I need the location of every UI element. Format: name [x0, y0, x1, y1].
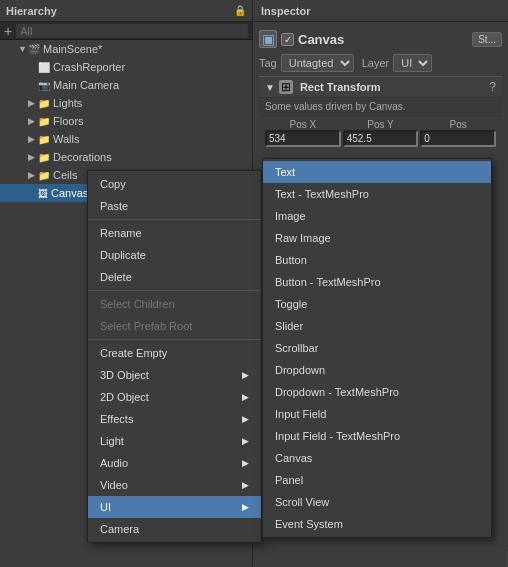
ctx-3d-object[interactable]: 3D Object — [88, 364, 261, 386]
tree-item-maincamera[interactable]: 📷 Main Camera — [0, 76, 252, 94]
sub-dropdown[interactable]: Dropdown — [263, 359, 491, 381]
inspector-header: Inspector — [253, 0, 508, 22]
sub-text-tmp[interactable]: Text - TextMeshPro — [263, 183, 491, 205]
context-menu: Copy Paste Rename Duplicate Delete Selec… — [87, 170, 262, 543]
values-driven-notice: Some values driven by Canvas. — [259, 98, 502, 116]
hierarchy-panel: Hierarchy 🔒 + ▼ 🎬 MainScene* ⬜ CrashRepo… — [0, 0, 253, 567]
ctx-sep1 — [88, 219, 261, 220]
folder-icon3: 📁 — [38, 134, 50, 145]
arrow-icon: ▼ — [18, 44, 28, 54]
inspector-content: ▣ ✓ Canvas St... Tag Untagted Layer UI ▼… — [253, 22, 508, 154]
sub-raw-image[interactable]: Raw Image — [263, 227, 491, 249]
pos-z-input[interactable] — [420, 130, 496, 147]
ctx-sep2 — [88, 290, 261, 291]
ctx-video[interactable]: Video — [88, 474, 261, 496]
folder-icon: 📁 — [38, 98, 50, 109]
inspector-title: Inspector — [261, 5, 311, 17]
sub-dropdown-tmp[interactable]: Dropdown - TextMeshPro — [263, 381, 491, 403]
sub-image[interactable]: Image — [263, 205, 491, 227]
lights-arrow: ▶ — [28, 98, 38, 108]
rect-transform-header: ▼ ⊞ Rect Transform ? — [259, 76, 502, 98]
sub-scrollbar[interactable]: Scrollbar — [263, 337, 491, 359]
arrow-spacer2 — [28, 80, 38, 90]
hierarchy-search-input[interactable] — [16, 24, 248, 38]
canvas-arrow — [28, 188, 38, 198]
walls-arrow: ▶ — [28, 134, 38, 144]
position-row: Pos X Pos Y Pos — [259, 116, 502, 150]
ctx-camera[interactable]: Camera — [88, 518, 261, 540]
canvas-icon-box: ▣ — [259, 30, 277, 48]
tag-dropdown[interactable]: Untagted — [281, 54, 354, 72]
sub-slider[interactable]: Slider — [263, 315, 491, 337]
ctx-rename[interactable]: Rename — [88, 222, 261, 244]
sub-input-field[interactable]: Input Field — [263, 403, 491, 425]
sub-button-tmp[interactable]: Button - TextMeshPro — [263, 271, 491, 293]
pos-x-label: Pos X — [265, 119, 341, 130]
tree-item-lights[interactable]: ▶ 📁 Lights — [0, 94, 252, 112]
canvas-object-header: ▣ ✓ Canvas St... — [259, 26, 502, 52]
ctx-light[interactable]: Light — [88, 430, 261, 452]
pos-z-field: Pos — [420, 119, 496, 147]
tag-layer-row: Tag Untagted Layer UI — [259, 52, 502, 76]
pos-x-input[interactable] — [265, 130, 341, 147]
sub-scroll-view[interactable]: Scroll View — [263, 491, 491, 513]
rect-transform-icon: ⊞ — [279, 80, 293, 94]
tag-label: Tag — [259, 57, 277, 69]
gameobj-icon: ⬜ — [38, 62, 50, 73]
ctx-select-prefab: Select Prefab Root — [88, 315, 261, 337]
rect-transform-arrow[interactable]: ▼ — [265, 82, 275, 93]
scene-icon: 🎬 — [28, 44, 40, 55]
canvas-icon: 🖼 — [38, 188, 48, 199]
help-icon[interactable]: ? — [489, 80, 496, 94]
ctx-ui[interactable]: UI — [88, 496, 261, 518]
tree-item-walls[interactable]: ▶ 📁 Walls — [0, 130, 252, 148]
ctx-paste[interactable]: Paste — [88, 195, 261, 217]
hierarchy-header: Hierarchy 🔒 — [0, 0, 252, 22]
folder-icon4: 📁 — [38, 152, 50, 163]
sub-input-field-tmp[interactable]: Input Field - TextMeshPro — [263, 425, 491, 447]
ctx-delete[interactable]: Delete — [88, 266, 261, 288]
ceils-arrow: ▶ — [28, 170, 38, 180]
pos-y-label: Pos Y — [343, 119, 419, 130]
ui-submenu: Text Text - TextMeshPro Image Raw Image … — [262, 158, 492, 538]
sub-panel[interactable]: Panel — [263, 469, 491, 491]
layer-dropdown[interactable]: UI — [393, 54, 432, 72]
hierarchy-search-bar: + — [0, 22, 252, 40]
tree-item-mainscene[interactable]: ▼ 🎬 MainScene* — [0, 40, 252, 58]
ctx-sep3 — [88, 339, 261, 340]
camera-icon: 📷 — [38, 80, 50, 91]
canvas-name-label: Canvas — [298, 32, 468, 47]
canvas-enable-checkbox[interactable]: ✓ — [281, 33, 294, 46]
pos-y-field: Pos Y — [343, 119, 419, 147]
decorations-arrow: ▶ — [28, 152, 38, 162]
hierarchy-add-button[interactable]: + — [4, 23, 12, 39]
ctx-create-empty[interactable]: Create Empty — [88, 342, 261, 364]
floors-arrow: ▶ — [28, 116, 38, 126]
sub-toggle[interactable]: Toggle — [263, 293, 491, 315]
tree-item-crashreporter[interactable]: ⬜ CrashReporter — [0, 58, 252, 76]
sub-event-system[interactable]: Event System — [263, 513, 491, 535]
arrow-spacer — [28, 62, 38, 72]
tree-item-floors[interactable]: ▶ 📁 Floors — [0, 112, 252, 130]
sub-text[interactable]: Text — [263, 161, 491, 183]
pos-y-input[interactable] — [343, 130, 419, 147]
folder-icon2: 📁 — [38, 116, 50, 127]
sub-button[interactable]: Button — [263, 249, 491, 271]
rect-transform-title: Rect Transform — [300, 81, 485, 93]
pos-z-label: Pos — [420, 119, 496, 130]
pos-x-field: Pos X — [265, 119, 341, 147]
ctx-duplicate[interactable]: Duplicate — [88, 244, 261, 266]
tree-item-decorations[interactable]: ▶ 📁 Decorations — [0, 148, 252, 166]
canvas-icon-symbol: ▣ — [262, 31, 275, 47]
ctx-2d-object[interactable]: 2D Object — [88, 386, 261, 408]
layer-label: Layer — [362, 57, 390, 69]
static-dropdown[interactable]: St... — [472, 32, 502, 47]
ctx-effects[interactable]: Effects — [88, 408, 261, 430]
lock-icon[interactable]: 🔒 — [234, 5, 246, 16]
sub-canvas[interactable]: Canvas — [263, 447, 491, 469]
ctx-select-children: Select Children — [88, 293, 261, 315]
ctx-audio[interactable]: Audio — [88, 452, 261, 474]
folder-icon5: 📁 — [38, 170, 50, 181]
ctx-copy[interactable]: Copy — [88, 173, 261, 195]
hierarchy-title: Hierarchy — [6, 5, 57, 17]
